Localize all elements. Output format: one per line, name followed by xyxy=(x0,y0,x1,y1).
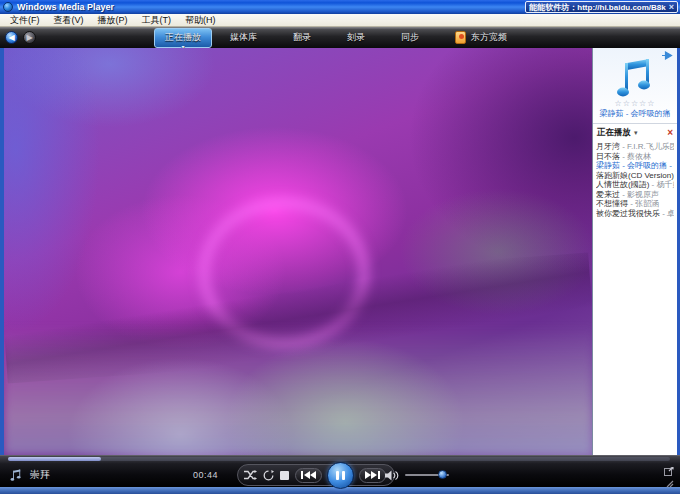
shuffle-button[interactable] xyxy=(244,470,257,480)
playlist-header-title[interactable]: 正在播放 xyxy=(597,127,631,139)
playlist-item[interactable]: 不想懂得 - 张韶涵 xyxy=(596,199,674,209)
chevron-down-icon[interactable]: ▾ xyxy=(634,129,667,137)
elapsed-time: 00:44 xyxy=(193,470,218,480)
current-track-link[interactable]: 梁静茹 - 会呼吸的痛 xyxy=(593,108,677,120)
wmp-logo-icon xyxy=(3,2,13,12)
status-text: 崇拜 xyxy=(30,468,50,482)
content-area: ☆☆☆☆☆ 梁静茹 - 会呼吸的痛 正在播放 ▾ × 月牙湾 - F.I.R.飞… xyxy=(0,48,680,455)
menu-item[interactable]: 文件(F) xyxy=(4,14,46,27)
tab-item[interactable]: 同步 xyxy=(383,31,437,44)
next-button[interactable] xyxy=(359,468,386,483)
pause-icon xyxy=(328,463,353,488)
track-title: 不想懂得 xyxy=(596,199,628,208)
playlist-item[interactable]: 人情世故(國語) - 杨千嬅 xyxy=(596,180,674,190)
volume-thumb[interactable] xyxy=(438,470,447,479)
seek-bar[interactable] xyxy=(8,457,670,461)
media-info-section: ☆☆☆☆☆ 梁静茹 - 会呼吸的痛 xyxy=(593,48,677,123)
separator: - xyxy=(667,161,674,170)
visualization-area[interactable] xyxy=(4,48,592,455)
tab-label: 刻录 xyxy=(347,31,365,44)
banner-close-icon[interactable]: × xyxy=(669,3,674,12)
playlist-item[interactable]: 日不落 - 蔡依林 xyxy=(596,152,674,162)
viz-haze-shape xyxy=(4,325,592,455)
now-playing-panel: ☆☆☆☆☆ 梁静茹 - 会呼吸的痛 正在播放 ▾ × 月牙湾 - F.I.R.飞… xyxy=(592,48,677,455)
switch-display-icon[interactable] xyxy=(664,467,674,476)
track-artist: 张韶涵 xyxy=(635,199,659,208)
tab-label: 正在播放 xyxy=(165,31,201,44)
back-arrow-icon: ◀ xyxy=(6,32,17,43)
track-artist: 影视原声 xyxy=(627,190,659,199)
track-title: 落跑新娘(CD Version) xyxy=(596,171,674,180)
transport-controls xyxy=(237,464,395,486)
playlist-item[interactable]: 落跑新娘(CD Version) - 刘若英 xyxy=(596,171,674,181)
star-rating[interactable]: ☆☆☆☆☆ xyxy=(593,100,677,108)
playlist-item[interactable]: 月牙湾 - F.I.R.飞儿乐团 xyxy=(596,142,674,152)
tab-item[interactable]: 东方宽频 xyxy=(437,31,525,44)
menu-item[interactable]: 工具(T) xyxy=(136,14,178,27)
online-store-icon xyxy=(455,31,466,44)
back-button[interactable]: ◀ xyxy=(5,31,18,44)
tab-label: 东方宽频 xyxy=(471,31,507,44)
tab-active[interactable]: 正在播放 xyxy=(154,28,212,48)
status-note-icon xyxy=(10,469,22,482)
track-title: 日不落 xyxy=(596,152,620,161)
tab-label: 翻录 xyxy=(293,31,311,44)
seek-progress xyxy=(8,457,101,461)
previous-button[interactable] xyxy=(295,468,322,483)
playlist-item[interactable]: 爱来过 - 影视原声 xyxy=(596,190,674,200)
tab-label: 媒体库 xyxy=(230,31,257,44)
track-artist: 杨千嬅 xyxy=(656,180,674,189)
pause-button[interactable] xyxy=(327,462,354,489)
track-artist: F.I.R.飞儿乐团 xyxy=(627,142,674,151)
menu-item[interactable]: 帮助(H) xyxy=(179,14,222,27)
album-art-note-icon xyxy=(593,58,677,100)
menu-bar: 文件(F)查看(V)播放(P)工具(T)帮助(H) xyxy=(0,14,680,27)
nav-bar: ◀ ▶ 正在播放媒体库翻录刻录同步东方宽频 xyxy=(0,27,680,48)
window-title: Windows Media Player xyxy=(17,2,114,12)
playlist-item-current[interactable]: 梁静茹 - 会呼吸的痛 - 梁静茹 xyxy=(596,161,674,171)
stop-button[interactable] xyxy=(280,471,289,480)
title-banner-ad[interactable]: 能能软件坊：http://hi.baidu.com/B8k × xyxy=(525,1,678,13)
feature-tabs: 正在播放媒体库翻录刻录同步东方宽频 xyxy=(154,28,525,48)
banner-text: 能能软件坊：http://hi.baidu.com/B8k xyxy=(529,2,665,13)
close-playlist-icon[interactable]: × xyxy=(667,128,673,138)
tab-item[interactable]: 翻录 xyxy=(275,31,329,44)
go-arrow-icon[interactable] xyxy=(662,51,673,60)
wmp-window: Windows Media Player 能能软件坊：http://hi.bai… xyxy=(0,0,680,494)
menu-item[interactable]: 查看(V) xyxy=(48,14,90,27)
playlist-header: 正在播放 ▾ × xyxy=(593,123,677,141)
track-artist: 蔡依林 xyxy=(627,152,651,161)
track-title: 爱来过 xyxy=(596,190,620,199)
playlist: 月牙湾 - F.I.R.飞儿乐团日不落 - 蔡依林梁静茹 - 会呼吸的痛 - 梁… xyxy=(593,141,677,219)
repeat-button[interactable] xyxy=(263,470,274,481)
resize-grip-icon[interactable] xyxy=(666,480,674,488)
track-title: 被你爱过我很快乐 xyxy=(596,209,660,218)
title-bar: Windows Media Player 能能软件坊：http://hi.bai… xyxy=(0,0,680,14)
tab-item[interactable]: 媒体库 xyxy=(212,31,275,44)
playlist-item[interactable]: 被你爱过我很快乐 - 卓文萱 xyxy=(596,209,674,219)
transport-bar: 崇拜 00:44 xyxy=(0,455,680,487)
forward-button[interactable]: ▶ xyxy=(23,31,36,44)
tab-item[interactable]: 刻录 xyxy=(329,31,383,44)
track-title: 梁静茹 - 会呼吸的痛 xyxy=(596,161,667,170)
tab-label: 同步 xyxy=(401,31,419,44)
track-title: 月牙湾 xyxy=(596,142,620,151)
menu-item[interactable]: 播放(P) xyxy=(92,14,134,27)
forward-arrow-icon: ▶ xyxy=(24,32,35,43)
volume-slider[interactable] xyxy=(405,474,449,476)
track-title: 人情世故(國語) xyxy=(596,180,649,189)
mute-button[interactable] xyxy=(385,470,399,481)
track-artist: 卓文萱 xyxy=(667,209,674,218)
